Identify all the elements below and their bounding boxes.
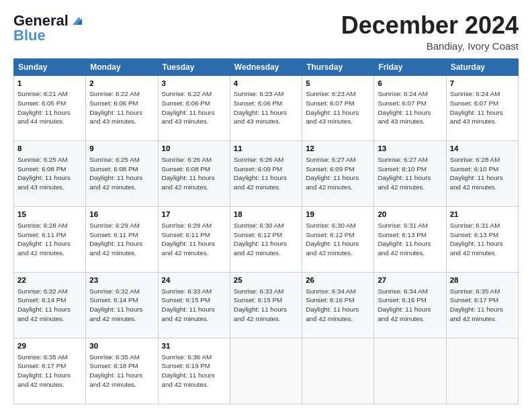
day-info: Sunrise: 6:26 AM Sunset: 6:09 PM Dayligh… xyxy=(234,155,298,192)
day-number: 12 xyxy=(306,144,370,154)
day-number: 26 xyxy=(306,275,370,286)
calendar-cell: 13Sunrise: 6:27 AM Sunset: 6:10 PM Dayli… xyxy=(374,141,446,207)
day-number: 3 xyxy=(162,79,226,89)
calendar-cell: 26Sunrise: 6:34 AM Sunset: 6:16 PM Dayli… xyxy=(302,273,374,338)
logo-text-blue: Blue xyxy=(13,27,46,44)
calendar-cell: 28Sunrise: 6:35 AM Sunset: 6:17 PM Dayli… xyxy=(446,273,518,338)
col-header-wednesday: Wednesday xyxy=(230,58,302,75)
calendar-cell: 2Sunrise: 6:22 AM Sunset: 6:06 PM Daylig… xyxy=(86,75,158,141)
day-number: 19 xyxy=(306,210,370,220)
title-block: December 2024 Bandiay, Ivory Coast xyxy=(341,12,519,52)
day-number: 30 xyxy=(89,341,154,352)
day-info: Sunrise: 6:33 AM Sunset: 6:15 PM Dayligh… xyxy=(234,287,298,324)
calendar-cell: 29Sunrise: 6:35 AM Sunset: 6:17 PM Dayli… xyxy=(14,338,86,404)
day-info: Sunrise: 6:28 AM Sunset: 6:11 PM Dayligh… xyxy=(17,221,82,258)
header: General Blue December 2024 Bandiay, Ivor… xyxy=(13,12,519,52)
day-number: 6 xyxy=(378,79,442,89)
day-info: Sunrise: 6:35 AM Sunset: 6:17 PM Dayligh… xyxy=(450,287,515,324)
day-info: Sunrise: 6:30 AM Sunset: 6:12 PM Dayligh… xyxy=(306,221,370,258)
day-number: 29 xyxy=(17,341,82,352)
day-info: Sunrise: 6:29 AM Sunset: 6:11 PM Dayligh… xyxy=(89,221,154,258)
col-header-friday: Friday xyxy=(374,58,446,75)
calendar-cell: 6Sunrise: 6:24 AM Sunset: 6:07 PM Daylig… xyxy=(374,75,446,141)
day-info: Sunrise: 6:33 AM Sunset: 6:15 PM Dayligh… xyxy=(162,287,226,324)
calendar-cell: 4Sunrise: 6:23 AM Sunset: 6:06 PM Daylig… xyxy=(230,75,302,141)
calendar-cell: 18Sunrise: 6:30 AM Sunset: 6:12 PM Dayli… xyxy=(230,207,302,273)
calendar-cell: 22Sunrise: 6:32 AM Sunset: 6:14 PM Dayli… xyxy=(14,273,86,338)
calendar-cell: 30Sunrise: 6:35 AM Sunset: 6:18 PM Dayli… xyxy=(86,338,158,404)
day-info: Sunrise: 6:31 AM Sunset: 6:13 PM Dayligh… xyxy=(450,221,515,258)
calendar-week-row: 8Sunrise: 6:25 AM Sunset: 6:08 PM Daylig… xyxy=(14,141,519,207)
day-number: 8 xyxy=(17,144,82,154)
day-info: Sunrise: 6:26 AM Sunset: 6:08 PM Dayligh… xyxy=(162,155,226,192)
col-header-tuesday: Tuesday xyxy=(158,58,230,75)
calendar-cell: 25Sunrise: 6:33 AM Sunset: 6:15 PM Dayli… xyxy=(230,273,302,338)
day-info: Sunrise: 6:27 AM Sunset: 6:09 PM Dayligh… xyxy=(306,155,370,192)
day-number: 9 xyxy=(89,144,154,154)
calendar-cell: 8Sunrise: 6:25 AM Sunset: 6:08 PM Daylig… xyxy=(14,141,86,207)
day-number: 1 xyxy=(17,79,82,89)
day-number: 21 xyxy=(450,210,515,220)
day-number: 11 xyxy=(234,144,298,154)
day-info: Sunrise: 6:28 AM Sunset: 6:10 PM Dayligh… xyxy=(450,155,515,192)
calendar-week-row: 29Sunrise: 6:35 AM Sunset: 6:17 PM Dayli… xyxy=(14,338,519,404)
day-number: 27 xyxy=(378,275,442,286)
day-info: Sunrise: 6:34 AM Sunset: 6:16 PM Dayligh… xyxy=(378,287,442,324)
calendar-cell xyxy=(302,338,374,404)
calendar-cell xyxy=(374,338,446,404)
day-number: 24 xyxy=(162,275,226,286)
day-number: 16 xyxy=(89,210,154,220)
calendar-week-row: 15Sunrise: 6:28 AM Sunset: 6:11 PM Dayli… xyxy=(14,207,519,273)
day-number: 4 xyxy=(234,79,298,89)
day-info: Sunrise: 6:34 AM Sunset: 6:16 PM Dayligh… xyxy=(306,287,370,324)
day-info: Sunrise: 6:29 AM Sunset: 6:11 PM Dayligh… xyxy=(162,221,226,258)
day-info: Sunrise: 6:27 AM Sunset: 6:10 PM Dayligh… xyxy=(378,155,442,192)
calendar-cell: 12Sunrise: 6:27 AM Sunset: 6:09 PM Dayli… xyxy=(302,141,374,207)
calendar-cell: 7Sunrise: 6:24 AM Sunset: 6:07 PM Daylig… xyxy=(446,75,518,141)
day-number: 23 xyxy=(89,275,154,286)
day-info: Sunrise: 6:21 AM Sunset: 6:05 PM Dayligh… xyxy=(17,89,82,126)
col-header-monday: Monday xyxy=(86,58,158,75)
calendar-cell: 17Sunrise: 6:29 AM Sunset: 6:11 PM Dayli… xyxy=(158,207,230,273)
day-info: Sunrise: 6:36 AM Sunset: 6:19 PM Dayligh… xyxy=(162,353,226,390)
day-number: 31 xyxy=(162,341,226,352)
calendar-cell: 16Sunrise: 6:29 AM Sunset: 6:11 PM Dayli… xyxy=(86,207,158,273)
logo: General Blue xyxy=(13,12,82,44)
calendar-cell: 10Sunrise: 6:26 AM Sunset: 6:08 PM Dayli… xyxy=(158,141,230,207)
day-info: Sunrise: 6:23 AM Sunset: 6:06 PM Dayligh… xyxy=(234,89,298,126)
day-number: 28 xyxy=(450,275,515,286)
location: Bandiay, Ivory Coast xyxy=(341,40,519,52)
day-number: 25 xyxy=(234,275,298,286)
day-info: Sunrise: 6:32 AM Sunset: 6:14 PM Dayligh… xyxy=(17,287,82,324)
logo-icon xyxy=(70,14,82,26)
day-number: 10 xyxy=(162,144,226,154)
day-number: 13 xyxy=(378,144,442,154)
calendar-cell: 11Sunrise: 6:26 AM Sunset: 6:09 PM Dayli… xyxy=(230,141,302,207)
day-number: 17 xyxy=(162,210,226,220)
day-info: Sunrise: 6:25 AM Sunset: 6:08 PM Dayligh… xyxy=(17,155,82,192)
col-header-sunday: Sunday xyxy=(14,58,86,75)
day-info: Sunrise: 6:30 AM Sunset: 6:12 PM Dayligh… xyxy=(234,221,298,258)
calendar-cell: 27Sunrise: 6:34 AM Sunset: 6:16 PM Dayli… xyxy=(374,273,446,338)
calendar-cell: 24Sunrise: 6:33 AM Sunset: 6:15 PM Dayli… xyxy=(158,273,230,338)
calendar-cell: 20Sunrise: 6:31 AM Sunset: 6:13 PM Dayli… xyxy=(374,207,446,273)
day-info: Sunrise: 6:35 AM Sunset: 6:18 PM Dayligh… xyxy=(89,353,154,390)
day-number: 2 xyxy=(89,79,154,89)
calendar-cell xyxy=(230,338,302,404)
calendar-week-row: 1Sunrise: 6:21 AM Sunset: 6:05 PM Daylig… xyxy=(14,75,519,141)
calendar-cell: 23Sunrise: 6:32 AM Sunset: 6:14 PM Dayli… xyxy=(86,273,158,338)
day-number: 5 xyxy=(306,79,370,89)
calendar-cell: 15Sunrise: 6:28 AM Sunset: 6:11 PM Dayli… xyxy=(14,207,86,273)
day-number: 7 xyxy=(450,79,515,89)
calendar-cell: 3Sunrise: 6:22 AM Sunset: 6:06 PM Daylig… xyxy=(158,75,230,141)
day-info: Sunrise: 6:32 AM Sunset: 6:14 PM Dayligh… xyxy=(89,287,154,324)
calendar-cell: 21Sunrise: 6:31 AM Sunset: 6:13 PM Dayli… xyxy=(446,207,518,273)
calendar-header-row: SundayMondayTuesdayWednesdayThursdayFrid… xyxy=(14,58,519,75)
col-header-thursday: Thursday xyxy=(302,58,374,75)
day-info: Sunrise: 6:23 AM Sunset: 6:07 PM Dayligh… xyxy=(306,89,370,126)
day-info: Sunrise: 6:35 AM Sunset: 6:17 PM Dayligh… xyxy=(17,353,82,390)
col-header-saturday: Saturday xyxy=(446,58,518,75)
day-number: 20 xyxy=(378,210,442,220)
month-title: December 2024 xyxy=(341,12,519,39)
calendar-cell: 1Sunrise: 6:21 AM Sunset: 6:05 PM Daylig… xyxy=(14,75,86,141)
